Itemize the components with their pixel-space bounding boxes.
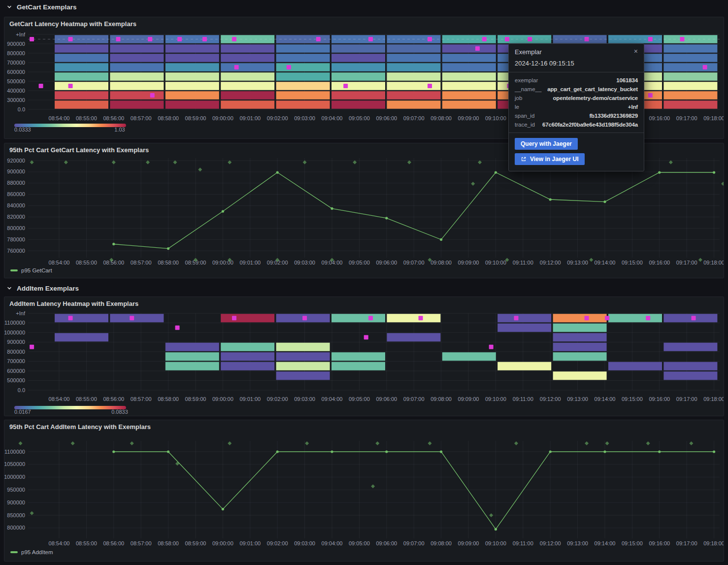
svg-text:1000000: 1000000 <box>4 330 25 335</box>
svg-text:09:18:00: 09:18:00 <box>703 396 724 402</box>
chevron-down-icon <box>6 4 12 10</box>
button-label: View in Jaeger UI <box>530 156 579 163</box>
button-label: Query with Jaeger <box>521 140 572 147</box>
tooltip-field-value: app_cart_get_cart_latency_bucket <box>547 86 638 92</box>
panel-additem-latency: 1100000105000010000009500009000008500008… <box>4 420 724 562</box>
legend-item-p95-getcart[interactable]: p95 GetCart <box>10 267 52 273</box>
svg-text:08:54:00: 08:54:00 <box>49 540 70 546</box>
legend-swatch <box>10 269 18 271</box>
svg-text:09:05:00: 09:05:00 <box>349 115 370 121</box>
svg-text:09:08:00: 09:08:00 <box>430 540 452 546</box>
legend-label: p95 GetCart <box>21 267 52 273</box>
svg-text:0.0833: 0.0833 <box>111 409 128 415</box>
svg-text:09:07:00: 09:07:00 <box>403 396 425 402</box>
grafana-dashboard: GetCart Exemplars +Inf900000800000700000… <box>0 0 728 565</box>
svg-text:900000: 900000 <box>7 499 25 505</box>
svg-text:780000: 780000 <box>7 236 25 242</box>
svg-text:0.0167: 0.0167 <box>14 409 31 415</box>
svg-text:09:17:00: 09:17:00 <box>676 540 697 546</box>
svg-text:800000: 800000 <box>7 525 25 531</box>
query-jaeger-button[interactable]: Query with Jaeger <box>515 138 578 150</box>
svg-text:09:05:00: 09:05:00 <box>349 396 370 402</box>
svg-text:08:55:00: 08:55:00 <box>76 396 97 402</box>
svg-text:09:07:00: 09:07:00 <box>403 115 425 121</box>
svg-text:800000: 800000 <box>7 349 25 355</box>
svg-text:09:18:00: 09:18:00 <box>703 540 724 546</box>
panel-title: GetCart Latency Heatmap with Exemplars <box>9 20 136 28</box>
tooltip-field-row: job opentelemetry-demo/cartservice <box>515 94 638 102</box>
tooltip-field-key: le <box>515 104 519 110</box>
additem-latency-chart[interactable]: 1100000105000010000009500009000008500008… <box>4 420 724 561</box>
svg-text:09:08:00: 09:08:00 <box>430 396 452 402</box>
svg-text:08:57:00: 08:57:00 <box>131 115 152 121</box>
svg-text:+Inf: +Inf <box>16 32 26 37</box>
svg-text:09:06:00: 09:06:00 <box>376 396 397 402</box>
svg-text:09:09:00: 09:09:00 <box>458 115 479 121</box>
svg-text:850000: 850000 <box>7 512 25 518</box>
svg-text:09:10:00: 09:10:00 <box>485 540 506 546</box>
svg-text:09:03:00: 09:03:00 <box>294 540 315 546</box>
svg-text:1.03: 1.03 <box>114 127 125 133</box>
svg-text:09:04:00: 09:04:00 <box>322 540 343 546</box>
svg-text:09:07:00: 09:07:00 <box>403 260 425 266</box>
svg-text:1100000: 1100000 <box>4 320 25 326</box>
tooltip-field-value: 67c60fa2e2f0ba9e6e43d198f5de304a <box>542 122 638 128</box>
svg-text:09:15:00: 09:15:00 <box>622 540 643 546</box>
view-jaeger-button[interactable]: View in Jaeger UI <box>515 153 585 165</box>
svg-text:09:13:00: 09:13:00 <box>567 540 588 546</box>
svg-text:08:58:00: 08:58:00 <box>158 540 179 546</box>
tooltip-actions: Query with Jaeger View in Jaeger UI <box>509 133 644 171</box>
svg-text:950000: 950000 <box>7 487 25 493</box>
svg-text:09:12:00: 09:12:00 <box>540 540 561 546</box>
svg-text:09:08:00: 09:08:00 <box>430 260 452 266</box>
svg-text:09:02:00: 09:02:00 <box>267 115 288 121</box>
svg-text:600000: 600000 <box>7 69 25 75</box>
svg-text:08:56:00: 08:56:00 <box>103 540 124 546</box>
panel-additem-heatmap: +Inf110000010000009000008000007000006000… <box>4 297 724 416</box>
svg-text:880000: 880000 <box>7 180 25 186</box>
svg-text:09:01:00: 09:01:00 <box>239 540 261 546</box>
svg-text:0.0: 0.0 <box>18 387 25 393</box>
svg-text:1100000: 1100000 <box>4 449 25 455</box>
svg-text:09:06:00: 09:06:00 <box>376 115 397 121</box>
svg-text:09:00:00: 09:00:00 <box>212 115 233 121</box>
svg-text:09:05:00: 09:05:00 <box>349 260 370 266</box>
svg-text:09:04:00: 09:04:00 <box>322 115 343 121</box>
svg-text:09:17:00: 09:17:00 <box>676 396 697 402</box>
tooltip-title: Exemplar <box>515 48 542 56</box>
section-header-getcart[interactable]: GetCart Exemplars <box>0 0 728 14</box>
svg-text:08:56:00: 08:56:00 <box>103 115 124 121</box>
svg-text:09:11:00: 09:11:00 <box>513 260 533 266</box>
svg-text:800000: 800000 <box>7 225 25 231</box>
svg-text:09:18:00: 09:18:00 <box>703 115 724 121</box>
tooltip-field-value: +Inf <box>628 104 638 110</box>
legend-item-p95-additem[interactable]: p95 AddItem <box>10 549 53 555</box>
tooltip-field-row: le +Inf <box>515 102 638 111</box>
svg-text:09:00:00: 09:00:00 <box>212 396 233 402</box>
panel-title: AddItem Latency Heatmap with Exemplars <box>9 300 138 307</box>
svg-text:09:00:00: 09:00:00 <box>212 540 233 546</box>
svg-text:09:06:00: 09:06:00 <box>376 260 397 266</box>
svg-text:860000: 860000 <box>7 191 25 197</box>
svg-text:+Inf: +Inf <box>16 310 26 316</box>
close-icon[interactable]: × <box>634 48 638 54</box>
svg-text:09:09:00: 09:09:00 <box>458 260 479 266</box>
svg-text:08:54:00: 08:54:00 <box>49 115 70 121</box>
svg-text:09:08:00: 09:08:00 <box>430 115 452 121</box>
svg-text:1050000: 1050000 <box>4 461 25 467</box>
svg-text:840000: 840000 <box>7 202 25 208</box>
svg-text:900000: 900000 <box>7 41 25 47</box>
svg-text:08:58:00: 08:58:00 <box>158 260 179 266</box>
svg-text:09:07:00: 09:07:00 <box>403 540 425 546</box>
svg-text:300000: 300000 <box>7 97 25 103</box>
svg-text:09:11:00: 09:11:00 <box>513 540 533 546</box>
tooltip-field-row: __name__ app_cart_get_cart_latency_bucke… <box>515 85 638 94</box>
svg-text:760000: 760000 <box>7 248 25 254</box>
svg-text:09:01:00: 09:01:00 <box>239 115 261 121</box>
svg-text:700000: 700000 <box>7 358 25 364</box>
section-header-additem[interactable]: AddItem Exemplars <box>0 281 728 295</box>
additem-heatmap-chart[interactable]: +Inf110000010000009000008000007000006000… <box>4 297 724 416</box>
panel-title: 95th Pct Cart AddItem Latency with Exemp… <box>9 423 151 431</box>
section-title: GetCart Exemplars <box>17 3 77 11</box>
svg-text:08:55:00: 08:55:00 <box>76 540 97 546</box>
